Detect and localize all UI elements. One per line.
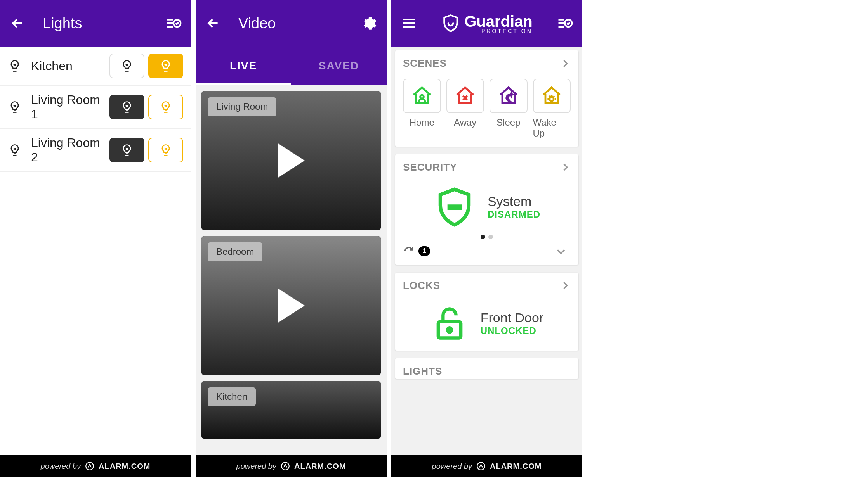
- arrow-left-icon: [10, 16, 25, 31]
- light-name: Living Room 1: [31, 93, 109, 121]
- footer-brand: ALARM.COM: [294, 462, 346, 471]
- hamburger-icon: [401, 16, 417, 31]
- schedule-button[interactable]: [555, 14, 575, 33]
- feed-card[interactable]: Living Room: [201, 91, 381, 230]
- video-tabs: LIVE SAVED: [196, 47, 387, 85]
- shield-logo-icon: [441, 14, 460, 33]
- locks-header[interactable]: LOCKS: [395, 273, 578, 299]
- scene-button-sleep[interactable]: [490, 79, 528, 113]
- scene-label: Wake Up: [533, 117, 571, 139]
- card-title: LOCKS: [403, 280, 440, 292]
- scene-button-home[interactable]: [403, 79, 441, 113]
- light-name: Living Room 2: [31, 136, 109, 164]
- scene-label: Away: [454, 117, 476, 128]
- screen-dashboard: Guardian PROTECTION SCENES Home Away Sle…: [391, 0, 582, 477]
- dot[interactable]: [481, 235, 485, 239]
- bulb-icon: [8, 143, 22, 157]
- security-card: SECURITY System DISARMED 1: [395, 154, 578, 265]
- light-off-button[interactable]: [109, 138, 144, 162]
- scene-button-wake up[interactable]: [533, 79, 571, 113]
- arrow-left-icon: [205, 16, 221, 31]
- feed-list: Living Room Bedroom Kitchen: [196, 85, 387, 444]
- light-row: Living Room 1: [0, 86, 191, 129]
- schedule-button[interactable]: [164, 14, 183, 33]
- svg-point-1: [86, 462, 94, 470]
- screen-video: Video LIVE SAVED Living Room Bedroom: [196, 0, 387, 477]
- security-label: System: [488, 194, 540, 209]
- security-header[interactable]: SECURITY: [395, 154, 578, 180]
- chevron-right-icon: [560, 58, 571, 69]
- footer: powered by ALARM.COM: [196, 455, 387, 477]
- scenes-card: SCENES Home Away Sleep Wake Up: [395, 50, 578, 147]
- lights-list: Kitchen Living Room 1 Living Room 2: [0, 47, 191, 477]
- scene-item: Away: [446, 79, 484, 139]
- tab-saved[interactable]: SAVED: [291, 47, 387, 85]
- light-off-button[interactable]: [109, 95, 144, 119]
- light-on-button[interactable]: [148, 54, 183, 78]
- scene-item: Home: [403, 79, 441, 139]
- light-toggle: [109, 138, 183, 162]
- lock-label: Front Door: [481, 310, 544, 325]
- footer-brand: ALARM.COM: [99, 462, 150, 471]
- scene-button-away[interactable]: [446, 79, 484, 113]
- light-toggle: [109, 95, 183, 119]
- svg-point-8: [477, 462, 485, 470]
- shield-disarmed-icon: [433, 186, 476, 228]
- header: Guardian PROTECTION: [391, 0, 582, 47]
- scenes-row: Home Away Sleep Wake Up: [395, 76, 578, 143]
- page-title: Lights: [43, 15, 82, 32]
- locks-status[interactable]: Front Door UNLOCKED: [395, 299, 578, 347]
- light-off-button[interactable]: [109, 54, 144, 78]
- lights-header[interactable]: LIGHTS: [395, 358, 578, 379]
- list-check-icon: [556, 15, 573, 32]
- play-icon[interactable]: [278, 143, 305, 178]
- footer: powered by ALARM.COM: [0, 455, 191, 477]
- light-on-button[interactable]: [148, 95, 183, 119]
- security-expand-row[interactable]: 1: [395, 242, 578, 261]
- bulb-icon: [8, 100, 22, 114]
- footer-powered-by: powered by: [41, 462, 81, 471]
- dot[interactable]: [488, 235, 493, 239]
- chevron-right-icon: [560, 280, 571, 291]
- video-body: Living Room Bedroom Kitchen: [196, 85, 387, 477]
- alarm-logo-icon: [280, 461, 290, 471]
- feed-label: Kitchen: [208, 387, 256, 406]
- notification-badge: 1: [418, 246, 430, 256]
- footer: powered by ALARM.COM: [391, 455, 582, 477]
- settings-button[interactable]: [359, 14, 379, 33]
- menu-button[interactable]: [399, 14, 418, 33]
- light-name: Kitchen: [31, 59, 109, 73]
- security-status[interactable]: System DISARMED: [395, 180, 578, 232]
- feed-card[interactable]: Bedroom: [201, 236, 381, 375]
- back-button[interactable]: [8, 14, 27, 33]
- brand-logo: Guardian PROTECTION: [418, 13, 555, 34]
- feed-card[interactable]: Kitchen: [201, 381, 381, 439]
- refresh-icon: [403, 245, 415, 257]
- list-check-icon: [165, 15, 182, 32]
- back-button[interactable]: [203, 14, 223, 33]
- card-title: SCENES: [403, 57, 447, 69]
- scenes-header[interactable]: SCENES: [395, 50, 578, 76]
- tab-live[interactable]: LIVE: [196, 47, 291, 85]
- card-title: LIGHTS: [403, 365, 442, 377]
- page-dots: [395, 232, 578, 242]
- gear-icon: [361, 16, 377, 31]
- play-icon[interactable]: [278, 288, 305, 323]
- dashboard-body: SCENES Home Away Sleep Wake Up SECURITY …: [391, 47, 582, 477]
- feed-label: Living Room: [208, 97, 276, 116]
- scene-item: Sleep: [490, 79, 528, 139]
- light-toggle: [109, 54, 183, 78]
- screen-lights: Lights Kitchen Living Room 1 Living Room…: [0, 0, 191, 477]
- locks-card: LOCKS Front Door UNLOCKED: [395, 273, 578, 351]
- header: Lights: [0, 0, 191, 47]
- footer-powered-by: powered by: [432, 462, 472, 471]
- svg-point-2: [281, 462, 289, 470]
- light-row: Living Room 2: [0, 129, 191, 172]
- logo-text: Guardian: [464, 13, 533, 30]
- light-row: Kitchen: [0, 47, 191, 86]
- card-title: SECURITY: [403, 161, 457, 173]
- security-state: DISARMED: [488, 209, 540, 220]
- scene-label: Sleep: [496, 117, 520, 128]
- chevron-down-icon: [555, 245, 567, 257]
- light-on-button[interactable]: [148, 138, 183, 162]
